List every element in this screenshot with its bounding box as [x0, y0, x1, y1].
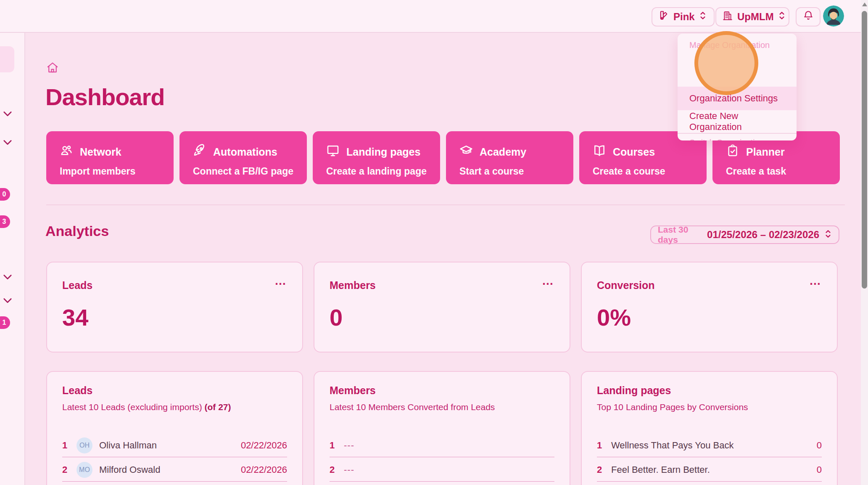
list-row[interactable]: 1 Wellness That Pays You Back 0: [597, 436, 822, 455]
row-divider: [62, 457, 287, 457]
card-menu-button[interactable]: …: [542, 274, 554, 288]
row-rank: 2: [330, 464, 337, 475]
date-range-preset-label: Last 30 days: [658, 225, 702, 245]
quick-action-network[interactable]: Network Import members: [46, 131, 174, 184]
menu-section-label: Manage Organization: [689, 40, 770, 50]
lead-name: Oliva Hallman: [99, 440, 157, 451]
list-subtitle: Latest 10 Leads (excluding imports) (of …: [62, 402, 231, 412]
conversion-count: 0: [817, 440, 822, 451]
top-bar: Pink UpMLM: [0, 0, 868, 33]
row-rank: 2: [62, 464, 70, 475]
list-card-landing-pages: Landing pages Top 10 Landing Pages by Co…: [581, 371, 838, 485]
chevron-down-icon[interactable]: [2, 271, 13, 283]
row-divider: [597, 481, 822, 482]
page-title: Dashboard: [45, 83, 165, 111]
building-icon: [722, 10, 733, 24]
menu-section-label: Switch Organizations: [689, 138, 768, 140]
stat-value: 0: [330, 304, 343, 331]
row-divider: [597, 457, 822, 457]
theme-selector-label: Pink: [673, 11, 695, 23]
chevron-updown-icon: [824, 229, 832, 240]
list-card-members: Members Latest 10 Members Converted from…: [314, 371, 570, 485]
rocket-icon: [193, 144, 206, 160]
quick-action-title: Planner: [746, 146, 785, 158]
section-divider: [46, 204, 845, 205]
quick-action-subtitle: Create a landing page: [326, 166, 427, 177]
organization-selector-button[interactable]: UpMLM: [715, 7, 789, 27]
landing-page-name: Feel Better. Earn Better.: [611, 464, 710, 475]
user-avatar[interactable]: [823, 5, 844, 27]
list-card-leads: Leads Latest 10 Leads (excluding imports…: [46, 371, 303, 485]
organization-selector-label: UpMLM: [737, 11, 774, 23]
list-row: 1 ---: [330, 436, 554, 455]
quick-action-title: Landing pages: [346, 146, 420, 158]
list-row: 2 ---: [330, 460, 554, 480]
sidebar-item-active[interactable]: [0, 46, 14, 72]
vertical-scrollbar[interactable]: [861, 0, 868, 485]
chevron-updown-icon: [778, 11, 786, 23]
empty-value: ---: [344, 464, 354, 475]
chevron-down-icon[interactable]: [2, 136, 13, 148]
landing-page-name: Wellness That Pays You Back: [611, 440, 733, 451]
menu-item-create-new-organization[interactable]: Create New Organization: [678, 110, 797, 133]
quick-action-landing-pages[interactable]: Landing pages Create a landing page: [313, 131, 440, 184]
list-row[interactable]: 2 Feel Better. Earn Better. 0: [597, 460, 822, 480]
quick-action-subtitle: Import members: [60, 166, 135, 177]
card-menu-button[interactable]: …: [809, 274, 822, 288]
sidebar-badge: 1: [0, 316, 10, 329]
open-book-icon: [593, 144, 606, 160]
palette-icon: [658, 10, 669, 24]
users-icon: [60, 144, 73, 160]
quick-action-subtitle: Connect a FB/IG page: [193, 166, 293, 177]
monitor-icon: [326, 144, 340, 160]
menu-item-organization-settings[interactable]: Organization Settings: [678, 87, 797, 110]
stat-card-conversion: Conversion … 0%: [581, 262, 838, 352]
home-breadcrumb-icon[interactable]: [46, 61, 59, 74]
date-range-selector[interactable]: Last 30 days 01/25/2026 – 02/23/2026: [650, 225, 839, 244]
scrollbar-thumb[interactable]: [862, 11, 867, 289]
list-title: Members: [330, 384, 376, 397]
sidebar-badge: 3: [0, 215, 10, 228]
quick-action-title: Network: [80, 146, 121, 158]
stat-value: 34: [62, 304, 88, 331]
quick-action-automations[interactable]: Automations Connect a FB/IG page: [179, 131, 307, 184]
quick-action-title: Automations: [213, 146, 277, 158]
chevron-down-icon[interactable]: [2, 294, 13, 306]
theme-selector-button[interactable]: Pink: [652, 7, 715, 27]
empty-value: ---: [344, 440, 354, 451]
organization-menu: Manage Organization Organization Setting…: [678, 34, 797, 140]
list-title: Landing pages: [597, 384, 671, 397]
list-row[interactable]: 2 MO Milford Oswald 02/22/2026: [62, 460, 287, 480]
chevron-updown-icon: [699, 11, 707, 23]
conversion-count: 0: [817, 464, 822, 475]
notifications-button[interactable]: [796, 7, 821, 27]
left-sidebar: 0 3 1: [0, 33, 25, 485]
list-subtitle: Latest 10 Members Converted from Leads: [330, 402, 495, 412]
stat-title: Leads: [62, 279, 92, 292]
stat-title: Members: [330, 279, 376, 292]
stat-value: 0%: [597, 304, 631, 331]
quick-action-subtitle: Start a course: [459, 166, 524, 177]
dashboard-page: Pink UpMLM 0 3 1: [0, 0, 868, 485]
row-divider: [330, 481, 554, 482]
list-row[interactable]: 1 OH Oliva Hallman 02/22/2026: [62, 436, 287, 455]
lead-date: 02/22/2026: [241, 464, 287, 475]
bell-icon: [803, 10, 814, 24]
card-menu-button[interactable]: …: [274, 274, 287, 288]
stat-title: Conversion: [597, 279, 655, 292]
clipboard-check-icon: [726, 144, 739, 160]
quick-action-subtitle: Create a task: [726, 166, 786, 177]
row-rank: 2: [597, 464, 604, 475]
list-subtitle: Top 10 Landing Pages by Conversions: [597, 402, 748, 412]
quick-action-academy[interactable]: Academy Start a course: [446, 131, 573, 184]
row-rank: 1: [62, 440, 70, 451]
quick-action-subtitle: Create a course: [593, 166, 665, 177]
stat-card-members: Members … 0: [314, 262, 570, 352]
avatar-initials: MO: [77, 462, 92, 478]
quick-action-title: Academy: [480, 146, 526, 158]
menu-divider: [678, 133, 797, 134]
stat-card-leads: Leads … 34: [46, 262, 303, 352]
scroll-up-arrow-icon[interactable]: [862, 3, 867, 6]
sidebar-badge: 0: [0, 188, 10, 201]
chevron-down-icon[interactable]: [2, 108, 13, 119]
